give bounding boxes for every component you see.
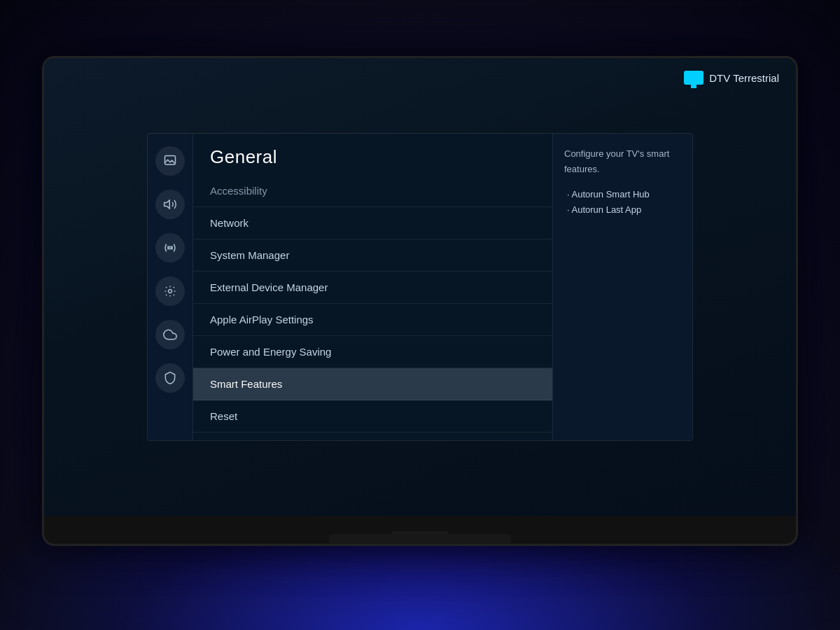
settings-panel: General Accessibility Network System Man… xyxy=(147,133,693,441)
side-info-description: Configure your TV's smart features. xyxy=(564,146,681,177)
dtv-label: DTV Terrestrial xyxy=(709,72,779,84)
menu-item-system-manager[interactable]: System Manager xyxy=(193,239,552,272)
sidebar-item-security[interactable] xyxy=(155,363,185,393)
side-info-bullet-1: · Autorun Smart Hub xyxy=(567,187,681,202)
side-info-bullet-2: · Autorun Last App xyxy=(567,202,681,218)
menu-item-airplay[interactable]: Apple AirPlay Settings xyxy=(193,304,552,336)
dtv-badge: DTV Terrestrial xyxy=(684,71,779,85)
menu-item-smart-features[interactable]: Smart Features xyxy=(193,368,552,400)
svg-marker-1 xyxy=(164,200,170,209)
svg-point-2 xyxy=(169,246,171,248)
main-menu: General Accessibility Network System Man… xyxy=(193,134,552,440)
menu-item-network[interactable]: Network xyxy=(193,207,552,239)
tv-frame: DTV Terrestrial xyxy=(42,56,798,546)
menu-item-external-device[interactable]: External Device Manager xyxy=(193,272,552,304)
stand-base xyxy=(329,534,511,544)
menu-item-accessibility[interactable]: Accessibility xyxy=(193,175,552,207)
svg-rect-0 xyxy=(165,156,176,165)
menu-list: Accessibility Network System Manager Ext… xyxy=(193,175,552,440)
dtv-icon xyxy=(684,71,704,85)
sidebar-item-general[interactable] xyxy=(155,276,185,306)
sidebar-item-smarttv[interactable] xyxy=(155,320,185,349)
sidebar-item-sound[interactable] xyxy=(155,190,185,219)
svg-point-3 xyxy=(169,290,172,293)
sidebar-item-picture[interactable] xyxy=(155,146,185,176)
tv-stand xyxy=(44,516,796,544)
menu-item-power[interactable]: Power and Energy Saving xyxy=(193,336,552,368)
tv-screen: DTV Terrestrial xyxy=(44,58,796,516)
sidebar-item-broadcast[interactable] xyxy=(155,233,185,262)
menu-item-reset[interactable]: Reset xyxy=(193,400,552,433)
side-info-panel: Configure your TV's smart features. · Au… xyxy=(552,134,692,440)
section-title: General xyxy=(193,134,552,175)
sidebar xyxy=(148,134,193,440)
